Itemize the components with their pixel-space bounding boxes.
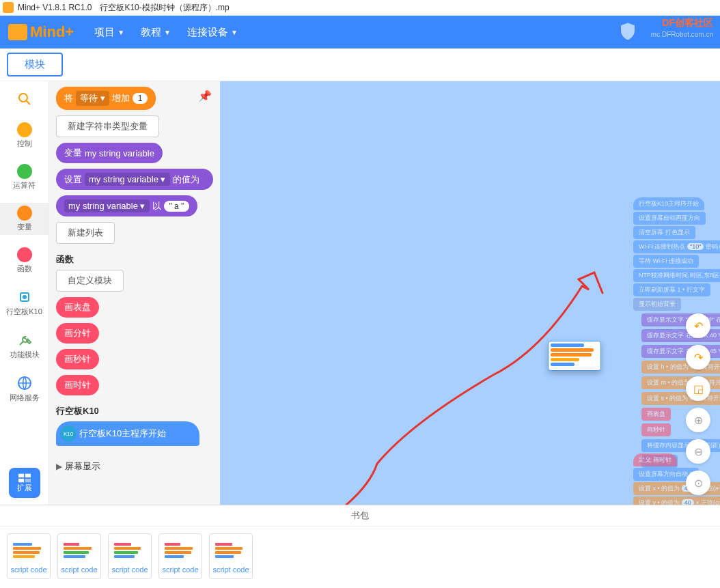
chevron-down-icon: ▼ (117, 29, 124, 36)
svg-rect-6 (25, 473, 30, 477)
backpack-header[interactable]: 书包 (0, 505, 720, 527)
new-list-button[interactable]: 新建列表 (56, 222, 115, 244)
cat-features[interactable]: 功能模块 (0, 329, 49, 363)
block-change-var[interactable]: 将 等待 ▾ 增加 1 (56, 87, 156, 110)
chevron-down-icon: ▼ (231, 29, 238, 36)
cat-k10[interactable]: 行空板K10 (0, 286, 49, 320)
backpack-items: script code script code script code scri… (0, 527, 720, 586)
recenter-button[interactable]: ⊙ (686, 471, 710, 495)
cat-functions[interactable]: 函数 (0, 244, 49, 277)
zoom-out-button[interactable]: ⊖ (686, 439, 710, 464)
backpack-item[interactable]: script code (108, 533, 152, 579)
cat-operators[interactable]: 运算符 (0, 161, 49, 193)
new-string-var-button[interactable]: 新建字符串类型变量 (56, 115, 159, 137)
globe-icon (16, 375, 33, 391)
backpack-item[interactable]: script code (7, 533, 51, 579)
chip-icon (16, 289, 33, 305)
search-icon (16, 91, 33, 107)
block-fn-dial[interactable]: 画表盘 (56, 297, 99, 318)
svg-rect-5 (18, 473, 24, 477)
logo-icon (8, 24, 27, 40)
block-fn-minute[interactable]: 画分针 (56, 323, 99, 344)
zoom-in-button[interactable]: ⊕ (686, 408, 710, 432)
block-k10-hat[interactable]: K10 行空板K10主程序开始 (56, 421, 199, 446)
section-functions: 函数 (56, 253, 213, 266)
tools-icon (16, 332, 33, 348)
menu-project[interactable]: 项目▼ (94, 26, 124, 39)
block-fn-second[interactable]: 画秒针 (56, 349, 99, 369)
crop-button[interactable]: ◲ (686, 376, 710, 401)
extension-button[interactable]: 扩展 (9, 468, 40, 498)
svg-point-3 (23, 295, 27, 299)
chevron-right-icon[interactable]: ▶ (56, 462, 62, 471)
custom-block-button[interactable]: 自定义模块 (56, 270, 124, 292)
backpack-item[interactable]: script code (209, 533, 253, 579)
pin-icon[interactable]: 📌 (198, 89, 212, 102)
svg-rect-8 (25, 478, 30, 481)
svg-line-1 (27, 101, 30, 104)
file-name: 行空板K10-模拟时钟（源程序）.mp (100, 2, 229, 14)
app-title: Mind+ V1.8.1 RC1.0 (18, 3, 92, 12)
cat-control[interactable]: 控制 (0, 120, 49, 152)
block-concat-string[interactable]: my string variable ▾ 以 " a " (56, 195, 197, 216)
block-fn-hour[interactable]: 画时针 (56, 375, 99, 395)
main-area: 控制 运算符 变量 函数 行空板K10 功能模块 网络服务 扩展 📌 将 等待 … (0, 81, 720, 505)
brand-url: mc.DFRobot.com.cn (651, 31, 713, 38)
backpack-item[interactable]: script code (57, 533, 101, 579)
drag-preview[interactable] (548, 341, 601, 371)
app-icon (3, 2, 14, 13)
chevron-down-icon: ▼ (164, 29, 171, 36)
cat-variables[interactable]: 变量 (0, 203, 49, 235)
backpack-item[interactable]: script code (158, 533, 202, 579)
expand-screen[interactable]: 屏幕显示 (65, 461, 100, 471)
brand-badge[interactable]: DF创客社区 (662, 17, 713, 29)
shield-icon (618, 21, 638, 42)
titlebar: Mind+ V1.8.1 RC1.0 行空板K10-模拟时钟（源程序）.mp (0, 0, 720, 16)
category-bar: 控制 运算符 变量 函数 行空板K10 功能模块 网络服务 扩展 (0, 81, 49, 505)
undo-button[interactable]: ↶ (686, 313, 710, 338)
block-set-string[interactable]: 设置 my string variable ▾ 的值为 (56, 169, 213, 190)
backpack: 书包 script code script code script code s… (0, 505, 720, 586)
blocks-icon (18, 473, 31, 483)
cat-network[interactable]: 网络服务 (0, 372, 49, 406)
workspace-canvas[interactable]: 行空板K10主程序开始 设置屏幕自动画面方向 清空屏幕 打色显示 Wi-Fi 连… (220, 81, 720, 505)
canvas-tools: ↶ ↷ ◲ ⊕ ⊖ ⊙ (686, 313, 710, 495)
section-k10: 行空板K10 (56, 405, 213, 417)
cat-search[interactable] (0, 88, 49, 110)
redo-button[interactable]: ↷ (686, 345, 710, 369)
subbar: 模块 (0, 48, 720, 81)
menu-connect[interactable]: 连接设备▼ (187, 26, 238, 39)
mode-blocks-button[interactable]: 模块 (7, 53, 63, 76)
top-menu: 项目▼ 教程▼ 连接设备▼ (94, 26, 238, 39)
svg-rect-7 (18, 478, 24, 481)
menu-tutorial[interactable]: 教程▼ (141, 26, 171, 39)
block-string-var[interactable]: 变量 my string variable (56, 143, 163, 163)
svg-point-0 (19, 94, 27, 102)
block-palette[interactable]: 📌 将 等待 ▾ 增加 1 新建字符串类型变量 变量 my string var… (49, 81, 220, 505)
topbar: Mind+ 项目▼ 教程▼ 连接设备▼ DF创客社区 mc.DFRobot.co… (0, 16, 720, 48)
logo[interactable]: Mind+ (8, 23, 74, 41)
